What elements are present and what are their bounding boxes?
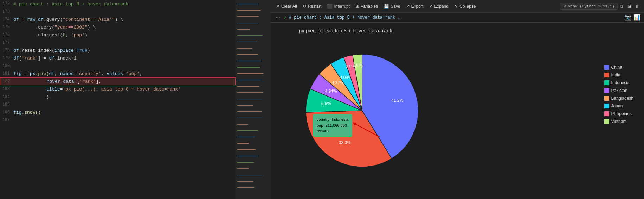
expand-button[interactable]: ⤢ Expand: [426, 2, 451, 10]
line-number: 174: [0, 17, 13, 22]
line-number: 179: [0, 56, 13, 61]
line-number: 173: [0, 9, 13, 14]
more-options-button[interactable]: ···: [274, 14, 282, 21]
legend-swatch: [604, 104, 609, 108]
code-line-179: 179df['rank'] = df.index+1: [0, 54, 236, 62]
line-content: df = raw_df.query("continent=='Asia'") \: [13, 17, 236, 22]
export-button[interactable]: ↗ Export: [404, 2, 426, 10]
chart-title: px.pie(...): asia top 8 + hover_data=ran…: [299, 27, 392, 33]
line-number: 185: [0, 102, 13, 107]
legend-swatch: [604, 119, 609, 124]
pie-svg: 41.2%33.3%6.8%4.94%4.37%4.09%2.61%2.67%: [292, 40, 443, 181]
restart-icon: ↺: [303, 4, 307, 9]
line-content: .query("year==2002") \: [13, 25, 236, 30]
line-number: 172: [0, 1, 13, 6]
copy-button[interactable]: ⧉: [618, 3, 625, 10]
slice-label: 41.2%: [391, 98, 403, 103]
monitor-icon: 🖥: [563, 4, 567, 8]
legend-item: Bangladesh: [604, 96, 633, 101]
legend-swatch: [604, 111, 609, 116]
tooltip-line1: country=Indonesia: [317, 117, 348, 123]
restart-button[interactable]: ↺ Restart: [300, 2, 324, 10]
line-number: 183: [0, 87, 13, 92]
pie-chart: 41.2%33.3%6.8%4.94%4.37%4.09%2.61%2.67%: [292, 40, 443, 181]
legend-item: Indonesia: [604, 80, 633, 85]
minimap: [236, 0, 271, 199]
output-toolbar: ✕ Clear All ↺ Restart ⬛ Interrupt ⊞ Vari…: [271, 0, 644, 13]
legend-item: Pakistan: [604, 88, 633, 93]
line-number: 180: [0, 63, 13, 68]
chart-area: px.pie(...): asia top 8 + hover_data=ran…: [271, 23, 644, 199]
code-line-177: 177: [0, 39, 236, 46]
legend-swatch: [604, 65, 609, 70]
legend-item: China: [604, 65, 633, 70]
save-icon: 💾: [384, 4, 389, 9]
code-line-181: 181fig = px.pie(df, names='country', val…: [0, 70, 236, 77]
variables-button[interactable]: ⊞ Variables: [353, 2, 380, 10]
legend-label: China: [611, 65, 622, 70]
line-content: .nlargest(8, 'pop'): [13, 32, 236, 38]
code-line-182: 182 hover_data=['rank'],: [0, 77, 236, 85]
line-content: df.reset_index(inplace=True): [13, 48, 236, 53]
line-number: 177: [0, 40, 13, 45]
hover-tooltip: country=Indonesia pop=211,060,000 rank=3: [313, 114, 352, 137]
code-line-185: 185: [0, 101, 236, 108]
export-icon: ↗: [406, 4, 410, 9]
legend-label: Japan: [611, 104, 623, 108]
legend-item: Japan: [604, 104, 633, 108]
code-editor: 172# pie chart : Asia top 8 + hover_data…: [0, 0, 236, 199]
line-content: ): [13, 94, 236, 100]
legend-label: Indonesia: [611, 80, 630, 85]
line-number: 175: [0, 25, 13, 30]
chart-legend: ChinaIndiaIndonesiaPakistanBangladeshJap…: [604, 65, 633, 124]
legend-item: Vietnam: [604, 119, 633, 124]
line-number: 187: [0, 118, 13, 123]
venv-badge: 🖥 venv (Python 3.11.1): [560, 3, 618, 10]
code-line-186: 186fig.show(): [0, 108, 236, 116]
legend-label: India: [611, 73, 620, 77]
legend-label: Bangladesh: [611, 96, 633, 101]
line-number: 176: [0, 32, 13, 37]
code-line-172: 172# pie chart : Asia top 8 + hover_data…: [0, 0, 236, 8]
line-content: hover_data=['rank'],: [14, 79, 235, 84]
line-number: 182: [0, 79, 14, 84]
legend-label: Philippines: [611, 111, 632, 116]
code-line-178: 178df.reset_index(inplace=True): [0, 46, 236, 54]
code-line-176: 176 .nlargest(8, 'pop'): [0, 31, 236, 39]
legend-label: Pakistan: [611, 88, 627, 93]
legend-swatch: [604, 80, 609, 85]
line-content: # pie chart : Asia top 8 + hover_data=ra…: [13, 1, 236, 7]
code-line-180: 180: [0, 62, 236, 70]
split-button[interactable]: ⊟: [626, 3, 633, 10]
collapse-button[interactable]: ⤡ Collapse: [452, 2, 478, 10]
slice-label: 4.37%: [332, 80, 344, 85]
code-line-174: 174df = raw_df.query("continent=='Asia'"…: [0, 15, 236, 23]
slice-label: 4.94%: [325, 89, 337, 94]
slice-label: 33.3%: [339, 140, 351, 145]
bar-chart-icon-btn[interactable]: 📊: [633, 14, 640, 21]
line-content: title='px pie(...): asia top 8 + hover_d…: [13, 87, 236, 92]
code-line-175: 175 .query("year==2002") \: [0, 23, 236, 31]
save-button[interactable]: 💾 Save: [381, 2, 402, 10]
success-icon: ✓: [284, 14, 286, 20]
tooltip-line2: pop=211,060,000: [317, 123, 348, 129]
clear-all-button[interactable]: ✕ Clear All: [273, 2, 300, 10]
variables-icon: ⊞: [355, 4, 359, 9]
legend-item: Philippines: [604, 111, 633, 116]
output-panel: ✕ Clear All ↺ Restart ⬛ Interrupt ⊞ Vari…: [271, 0, 644, 199]
code-line-184: 184 ): [0, 93, 236, 101]
legend-label: Vietnam: [611, 119, 627, 124]
line-number: 186: [0, 110, 13, 115]
clear-icon: ✕: [276, 4, 280, 9]
tooltip-line3: rank=3: [317, 128, 348, 134]
line-content: fig = px.pie(df, names='country', values…: [13, 71, 236, 76]
interrupt-button[interactable]: ⬛ Interrupt: [324, 2, 352, 10]
legend-swatch: [604, 88, 609, 93]
camera-icon-btn[interactable]: 📷: [624, 14, 631, 21]
code-line-173: 173: [0, 8, 236, 15]
slice-label-small: 2.67%: [353, 63, 363, 67]
line-number: 181: [0, 71, 13, 76]
split-icon: ⊟: [627, 4, 631, 9]
close-output-button[interactable]: 🗑: [633, 3, 641, 10]
line-number: 184: [0, 94, 13, 99]
